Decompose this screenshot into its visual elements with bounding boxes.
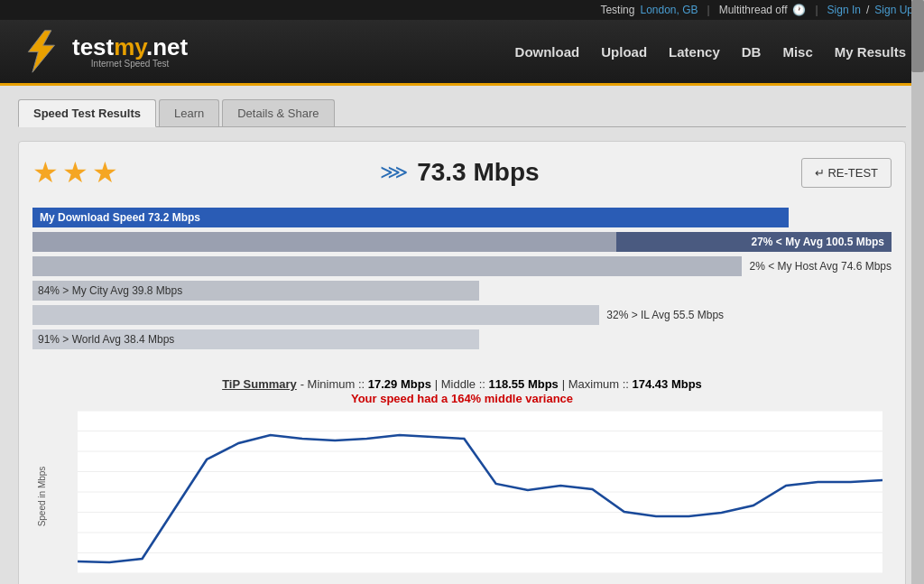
tab-learn[interactable]: Learn xyxy=(159,99,219,126)
speed-value: 73.3 Mbps xyxy=(417,158,539,187)
svg-marker-0 xyxy=(28,31,54,72)
logo-icon xyxy=(18,29,63,74)
tip-min: 17.29 Mbps xyxy=(368,377,431,391)
bar-download: My Download Speed 73.2 Mbps xyxy=(32,208,892,227)
bar-city-avg-label: 84% > My City Avg 39.8 Mbps xyxy=(38,284,182,297)
logo-title: testmy.net xyxy=(72,35,188,59)
bar-city-avg: 84% > My City Avg 39.8 Mbps xyxy=(32,281,892,301)
tip-max: 174.43 Mbps xyxy=(633,377,702,391)
speed-display: ⋙ 73.3 Mbps xyxy=(380,158,539,187)
tab-speed-test-results[interactable]: Speed Test Results xyxy=(18,99,156,127)
header: testmy.net Internet Speed Test Download … xyxy=(0,20,924,86)
nav-latency[interactable]: Latency xyxy=(669,44,720,60)
tip-middle: 118.55 Mbps xyxy=(489,377,559,391)
bar-host-avg-label: 2% < My Host Avg 74.6 Mbps xyxy=(742,260,892,273)
bar-my-avg: 27% < My Avg 100.5 Mbps xyxy=(32,232,892,252)
star-1: ★ xyxy=(32,155,59,190)
logo-net: .net xyxy=(146,33,188,60)
tip-label: TiP Summary xyxy=(222,377,297,391)
bar-my-avg-label: 27% < My Avg 100.5 Mbps xyxy=(751,236,884,248)
logo-test: test xyxy=(72,33,114,60)
nav-download[interactable]: Download xyxy=(515,44,580,60)
speed-header: ★ ★ ★ ⋙ 73.3 Mbps ↵ RE-TEST xyxy=(32,155,892,190)
main-nav: Download Upload Latency DB Misc My Resul… xyxy=(515,44,906,60)
bar-download-label: My Download Speed 73.2 Mbps xyxy=(32,211,208,224)
logo-area: testmy.net Internet Speed Test xyxy=(18,29,188,74)
tip-sep1: | Middle :: xyxy=(435,377,489,391)
bar-world-avg: 91% > World Avg 38.4 Mbps xyxy=(32,329,892,349)
separator2: | xyxy=(815,4,818,16)
chart-y-label: Speed in Mbps xyxy=(37,467,47,527)
moon-icon: 🕐 xyxy=(792,4,806,16)
slash-sep: / xyxy=(866,4,869,16)
bar-world-avg-label: 91% > World Avg 38.4 Mbps xyxy=(38,333,174,346)
speed-arrow-icon: ⋙ xyxy=(380,161,408,184)
tip-dash: - Minimum :: xyxy=(300,377,368,391)
variance-note: Your speed had a 164% middle variance xyxy=(351,392,573,405)
scrollbar-track[interactable] xyxy=(911,0,924,584)
testing-label: Testing xyxy=(600,4,634,16)
nav-misc[interactable]: Misc xyxy=(782,44,812,60)
star-2: ★ xyxy=(62,155,88,190)
chart-svg: 0 25 50 75 100 125 150 175 200 xyxy=(78,411,882,573)
bars-section: My Download Speed 73.2 Mbps 27% < My Avg… xyxy=(32,208,892,349)
tab-details-share[interactable]: Details & Share xyxy=(222,99,334,126)
bar-il-avg-label: 32% > IL Avg 55.5 Mbps xyxy=(599,309,724,321)
location-link[interactable]: London, GB xyxy=(640,4,698,16)
scrollbar-thumb[interactable] xyxy=(911,0,924,72)
bar-il-avg: 32% > IL Avg 55.5 Mbps xyxy=(32,305,892,325)
signup-link[interactable]: Sign Up xyxy=(874,4,913,16)
tabs: Speed Test Results Learn Details & Share xyxy=(18,99,906,127)
nav-my-results[interactable]: My Results xyxy=(835,44,906,60)
bar-host-avg: 2% < My Host Avg 74.6 Mbps xyxy=(32,256,892,276)
logo-subtitle: Internet Speed Test xyxy=(72,59,188,69)
nav-upload[interactable]: Upload xyxy=(601,44,647,60)
separator1: | xyxy=(707,4,710,16)
multithread-status: Multithread off xyxy=(719,4,788,16)
tip-sep2: | Maximum :: xyxy=(562,377,633,391)
chart-container: Speed in Mbps 0 25 50 75 100 125 xyxy=(32,411,892,582)
star-3: ★ xyxy=(92,155,118,190)
signin-link[interactable]: Sign In xyxy=(827,4,861,16)
stars-rating: ★ ★ ★ xyxy=(32,155,118,190)
nav-db[interactable]: DB xyxy=(742,44,762,60)
result-card: ★ ★ ★ ⋙ 73.3 Mbps ↵ RE-TEST My Download … xyxy=(18,141,906,584)
top-bar: Testing London, GB | Multithread off 🕐 |… xyxy=(0,0,924,20)
main-content: Speed Test Results Learn Details & Share… xyxy=(0,86,924,584)
retest-button[interactable]: ↵ RE-TEST xyxy=(801,158,892,188)
logo-text: testmy.net Internet Speed Test xyxy=(72,35,188,69)
logo-my: my xyxy=(114,33,146,60)
tip-section: TiP Summary - Minimum :: 17.29 Mbps | Mi… xyxy=(32,376,892,405)
